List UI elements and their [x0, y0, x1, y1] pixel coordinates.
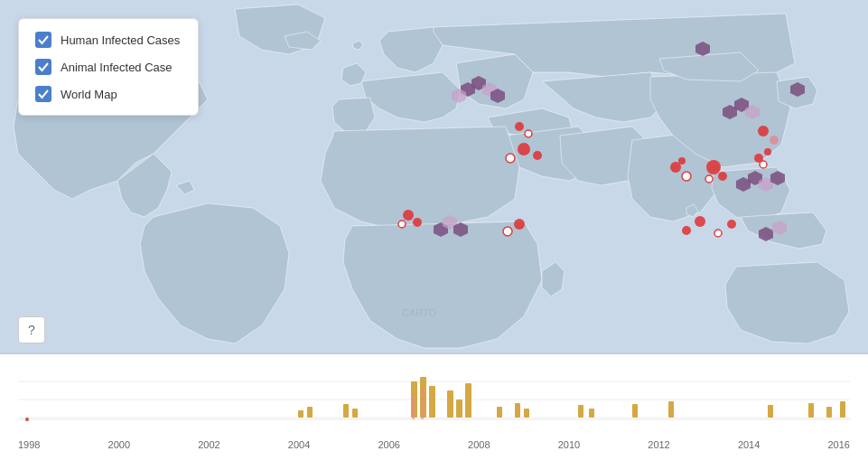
svg-rect-16	[515, 403, 520, 418]
svg-rect-25	[840, 401, 845, 418]
circle-marker-21[interactable]	[758, 126, 769, 136]
legend-label-worldmap: World Map	[61, 88, 117, 101]
circle-marker-12[interactable]	[398, 221, 406, 228]
svg-rect-6	[307, 407, 313, 418]
circle-marker-24[interactable]	[764, 148, 771, 155]
svg-rect-13	[456, 400, 462, 418]
year-1998: 1998	[18, 439, 40, 450]
svg-rect-20	[632, 404, 638, 418]
svg-rect-22	[768, 405, 773, 418]
circle-marker-11[interactable]	[413, 218, 422, 227]
svg-rect-27	[412, 395, 415, 419]
year-2006: 2006	[378, 439, 399, 450]
legend-checkbox-human[interactable]	[35, 32, 51, 48]
legend-checkbox-animal[interactable]	[35, 59, 51, 75]
circle-marker-7[interactable]	[706, 160, 721, 174]
timeline-section: 1998 2000 2002 2004 2006 2008 2010 2012 …	[0, 352, 868, 470]
circle-marker-22[interactable]	[770, 136, 779, 145]
year-2002: 2002	[198, 439, 219, 450]
circle-marker-25[interactable]	[760, 161, 767, 168]
year-2012: 2012	[648, 439, 669, 450]
circle-marker-5[interactable]	[682, 172, 691, 181]
circle-marker-20[interactable]	[525, 130, 532, 137]
svg-rect-15	[497, 407, 502, 418]
year-2014: 2014	[738, 439, 760, 450]
circle-marker-2[interactable]	[506, 154, 515, 163]
svg-rect-14	[465, 383, 471, 418]
circle-marker-1[interactable]	[518, 143, 530, 155]
svg-rect-24	[826, 407, 832, 418]
svg-rect-11	[429, 386, 435, 418]
legend-label-human: Human Infected Cases	[61, 33, 180, 47]
circle-marker-6[interactable]	[678, 157, 686, 164]
year-2000: 2000	[108, 439, 130, 450]
legend-item-human[interactable]: Human Infected Cases	[35, 32, 182, 48]
svg-rect-18	[578, 405, 583, 418]
legend-label-animal: Animal Infected Case	[61, 61, 173, 74]
timeline-chart[interactable]	[18, 363, 850, 436]
year-2010: 2010	[558, 439, 580, 450]
circle-marker-14[interactable]	[503, 227, 512, 236]
svg-rect-21	[668, 401, 674, 418]
legend-item-worldmap[interactable]: World Map	[35, 86, 182, 102]
circle-marker-18[interactable]	[682, 226, 691, 235]
svg-rect-17	[524, 409, 529, 418]
circle-marker-16[interactable]	[714, 230, 722, 237]
svg-rect-12	[447, 390, 453, 418]
svg-rect-7	[343, 404, 349, 418]
circle-marker-19[interactable]	[515, 122, 524, 131]
carto-label: CARTO	[402, 307, 437, 318]
legend-checkbox-worldmap[interactable]	[35, 86, 51, 102]
year-2016: 2016	[827, 439, 849, 450]
circle-marker-10[interactable]	[403, 210, 414, 221]
svg-rect-28	[421, 389, 424, 419]
legend-item-animal[interactable]: Animal Infected Case	[35, 59, 182, 75]
help-button[interactable]: ?	[18, 316, 45, 343]
circle-marker-8[interactable]	[718, 172, 727, 181]
main-container: CARTO Human Infected Cases Animal Infect…	[0, 0, 868, 470]
year-2004: 2004	[288, 439, 310, 450]
circle-marker-15[interactable]	[727, 220, 736, 229]
circle-marker-3[interactable]	[533, 151, 542, 160]
timeline-years: 1998 2000 2002 2004 2006 2008 2010 2012 …	[18, 439, 850, 450]
svg-rect-23	[808, 403, 814, 418]
svg-rect-8	[352, 409, 358, 418]
circle-marker-17[interactable]	[695, 216, 705, 227]
year-2008: 2008	[468, 439, 490, 450]
circle-marker-9[interactable]	[705, 175, 713, 183]
svg-rect-5	[298, 410, 303, 418]
legend-panel: Human Infected Cases Animal Infected Cas…	[18, 18, 199, 116]
svg-rect-19	[589, 409, 594, 418]
map-section: CARTO Human Infected Cases Animal Infect…	[0, 0, 868, 352]
circle-marker-13[interactable]	[514, 219, 525, 230]
